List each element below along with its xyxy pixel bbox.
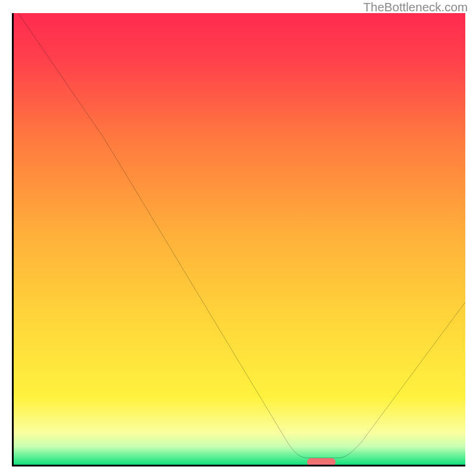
plot-area [12, 13, 465, 466]
bottleneck-chart: TheBottleneck.com [0, 0, 476, 476]
background-gradient [14, 13, 465, 465]
optimum-marker [307, 458, 336, 466]
svg-rect-0 [14, 13, 465, 465]
watermark-text: TheBottleneck.com [364, 0, 468, 14]
